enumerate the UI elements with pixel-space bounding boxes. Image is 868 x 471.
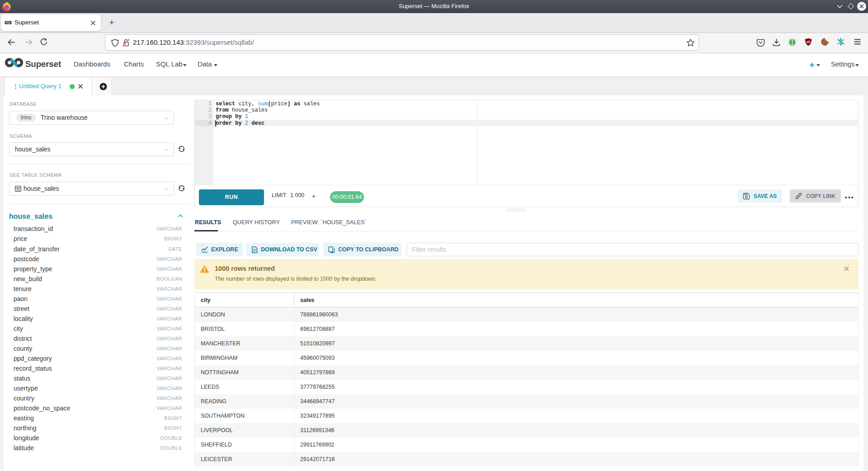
- svg-text:uO: uO: [806, 40, 810, 43]
